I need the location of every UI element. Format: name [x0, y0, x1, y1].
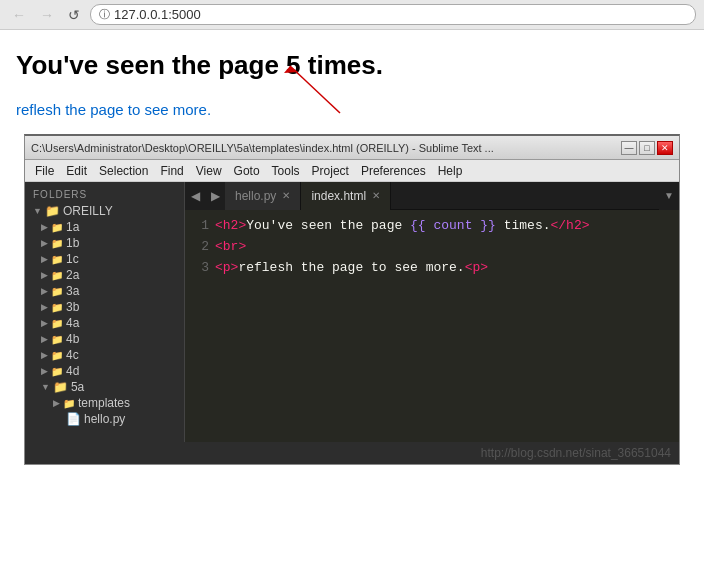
folder-label-1a: 1a: [66, 220, 79, 234]
menu-help[interactable]: Help: [432, 162, 469, 180]
folder-icon-4c: 📁: [51, 350, 63, 361]
line-num-2: 2: [191, 237, 209, 258]
line-numbers: 1 2 3: [185, 216, 215, 436]
menu-bar: File Edit Selection Find View Goto Tools…: [25, 160, 679, 182]
folder-icon-oreilly: 📁: [45, 204, 60, 218]
reload-button[interactable]: ↺: [64, 5, 84, 25]
folder-icon-3a: 📁: [51, 286, 63, 297]
folder-3a[interactable]: ▶ 📁 3a: [25, 283, 184, 299]
code-content[interactable]: <h2>You've seen the page {{ count }} tim…: [215, 216, 679, 436]
maximize-button[interactable]: □: [639, 141, 655, 155]
menu-file[interactable]: File: [29, 162, 60, 180]
menu-goto[interactable]: Goto: [228, 162, 266, 180]
folder-templates[interactable]: ▶ 📁 templates: [25, 395, 184, 411]
editor-layout: FOLDERS ▼ 📁 OREILLY ▶ 📁 1a ▶ 📁 1b: [25, 182, 679, 442]
menu-selection[interactable]: Selection: [93, 162, 154, 180]
minimize-button[interactable]: —: [621, 141, 637, 155]
folder-arrow-2a: ▶: [41, 270, 48, 280]
folder-arrow-4b: ▶: [41, 334, 48, 344]
file-hello-py[interactable]: 📄 hello.py: [25, 411, 184, 427]
folder-icon-4b: 📁: [51, 334, 63, 345]
window-title: C:\Users\Administrator\Desktop\OREILLY\5…: [31, 142, 621, 154]
folder-label-4b: 4b: [66, 332, 79, 346]
close-button[interactable]: ✕: [657, 141, 673, 155]
folder-arrow-templates: ▶: [53, 398, 60, 408]
address-bar[interactable]: ⓘ 127.0.0.1:5000: [90, 4, 696, 25]
folder-arrow-1a: ▶: [41, 222, 48, 232]
sub-text: reflesh the page to see more.: [16, 101, 688, 118]
tab-nav-right[interactable]: ▶: [205, 182, 225, 210]
folder-icon-1b: 📁: [51, 238, 63, 249]
folder-icon-3b: 📁: [51, 302, 63, 313]
watermark: http://blog.csdn.net/sinat_36651044: [25, 442, 679, 464]
folder-label-oreilly: OREILLY: [63, 204, 113, 218]
folder-1c[interactable]: ▶ 📁 1c: [25, 251, 184, 267]
menu-find[interactable]: Find: [154, 162, 189, 180]
menu-edit[interactable]: Edit: [60, 162, 93, 180]
back-button[interactable]: ←: [8, 5, 30, 25]
forward-button[interactable]: →: [36, 5, 58, 25]
menu-preferences[interactable]: Preferences: [355, 162, 432, 180]
window-controls: — □ ✕: [621, 141, 673, 155]
folder-4c[interactable]: ▶ 📁 4c: [25, 347, 184, 363]
tab-dropdown-button[interactable]: ▼: [659, 182, 679, 210]
folder-label-4d: 4d: [66, 364, 79, 378]
menu-view[interactable]: View: [190, 162, 228, 180]
line-num-3: 3: [191, 258, 209, 279]
folder-arrow-4d: ▶: [41, 366, 48, 376]
tab-nav-left[interactable]: ◀: [185, 182, 205, 210]
folder-5a[interactable]: ▼ 📁 5a: [25, 379, 184, 395]
folder-arrow-4a: ▶: [41, 318, 48, 328]
tab-hello-py[interactable]: hello.py ✕: [225, 182, 301, 210]
file-icon-hello: 📄: [66, 412, 81, 426]
folder-label-templates: templates: [78, 396, 130, 410]
folder-arrow-3a: ▶: [41, 286, 48, 296]
folder-4b[interactable]: ▶ 📁 4b: [25, 331, 184, 347]
folder-icon-templates: 📁: [63, 398, 75, 409]
menu-project[interactable]: Project: [306, 162, 355, 180]
folder-label-2a: 2a: [66, 268, 79, 282]
folder-label-1b: 1b: [66, 236, 79, 250]
folder-arrow-5a: ▼: [41, 382, 50, 392]
window-titlebar: C:\Users\Administrator\Desktop\OREILLY\5…: [25, 136, 679, 160]
page-content: You've seen the page 5 times. reflesh th…: [0, 30, 704, 475]
line-num-1: 1: [191, 216, 209, 237]
folder-arrow-4c: ▶: [41, 350, 48, 360]
folder-label-4c: 4c: [66, 348, 79, 362]
folder-1a[interactable]: ▶ 📁 1a: [25, 219, 184, 235]
folder-4a[interactable]: ▶ 📁 4a: [25, 315, 184, 331]
tab-close-index[interactable]: ✕: [372, 190, 380, 201]
folder-2a[interactable]: ▶ 📁 2a: [25, 267, 184, 283]
folder-arrow-oreilly: ▼: [33, 206, 42, 216]
folder-arrow-3b: ▶: [41, 302, 48, 312]
tab-label-index: index.html: [311, 189, 366, 203]
folder-3b[interactable]: ▶ 📁 3b: [25, 299, 184, 315]
menu-tools[interactable]: Tools: [266, 162, 306, 180]
folder-label-5a: 5a: [71, 380, 84, 394]
code-area[interactable]: 1 2 3 <h2>You've seen the page {{ count …: [185, 210, 679, 442]
folder-icon-2a: 📁: [51, 270, 63, 281]
folder-label-3b: 3b: [66, 300, 79, 314]
folder-label-1c: 1c: [66, 252, 79, 266]
tab-label-hello: hello.py: [235, 189, 276, 203]
tab-close-hello[interactable]: ✕: [282, 190, 290, 201]
security-icon: ⓘ: [99, 7, 110, 22]
folder-sidebar: FOLDERS ▼ 📁 OREILLY ▶ 📁 1a ▶ 📁 1b: [25, 182, 185, 442]
browser-chrome: ← → ↺ ⓘ 127.0.0.1:5000: [0, 0, 704, 30]
folder-icon-4d: 📁: [51, 366, 63, 377]
folder-label-4a: 4a: [66, 316, 79, 330]
page-heading: You've seen the page 5 times.: [16, 50, 688, 81]
folder-icon-1a: 📁: [51, 222, 63, 233]
sublime-window: C:\Users\Administrator\Desktop\OREILLY\5…: [24, 134, 680, 465]
sidebar-header: FOLDERS: [25, 186, 184, 203]
tab-bar: ◀ ▶ hello.py ✕ index.html ✕ ▼: [185, 182, 679, 210]
folder-OREILLY[interactable]: ▼ 📁 OREILLY: [25, 203, 184, 219]
tab-index-html[interactable]: index.html ✕: [301, 182, 391, 210]
folder-arrow-1b: ▶: [41, 238, 48, 248]
folder-icon-1c: 📁: [51, 254, 63, 265]
folder-4d[interactable]: ▶ 📁 4d: [25, 363, 184, 379]
folder-icon-4a: 📁: [51, 318, 63, 329]
folder-icon-5a: 📁: [53, 380, 68, 394]
folder-label-3a: 3a: [66, 284, 79, 298]
folder-1b[interactable]: ▶ 📁 1b: [25, 235, 184, 251]
